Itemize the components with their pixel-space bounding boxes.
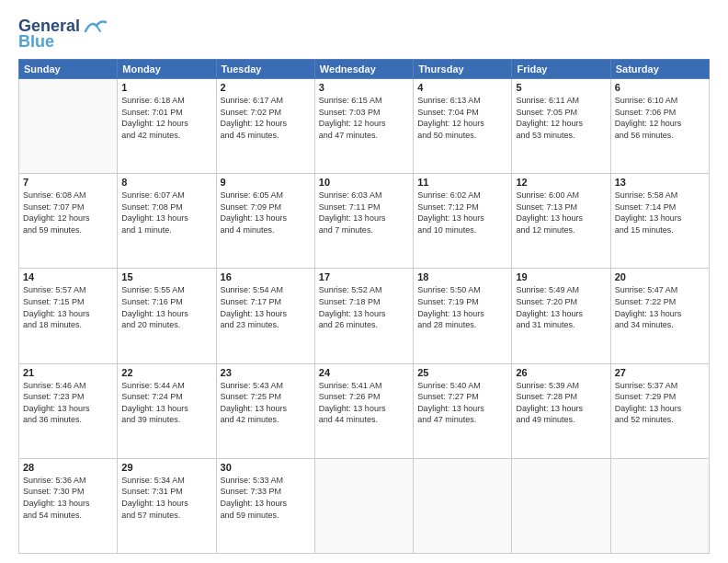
weekday-header-tuesday: Tuesday <box>216 60 314 79</box>
calendar-cell: 5Sunrise: 6:11 AMSunset: 7:05 PMDaylight… <box>512 79 610 174</box>
day-number: 5 <box>516 82 606 93</box>
day-number: 24 <box>319 367 409 378</box>
day-detail: Sunrise: 5:41 AMSunset: 7:26 PMDaylight:… <box>319 380 409 426</box>
calendar-cell: 27Sunrise: 5:37 AMSunset: 7:29 PMDayligh… <box>610 363 709 458</box>
weekday-header-friday: Friday <box>512 60 610 79</box>
calendar-cell <box>19 79 118 174</box>
day-number: 21 <box>23 367 113 378</box>
day-detail: Sunrise: 5:43 AMSunset: 7:25 PMDaylight:… <box>221 380 311 426</box>
day-detail: Sunrise: 6:17 AMSunset: 7:02 PMDaylight:… <box>221 95 311 141</box>
day-detail: Sunrise: 5:46 AMSunset: 7:23 PMDaylight:… <box>23 380 113 426</box>
day-number: 3 <box>319 82 409 93</box>
day-detail: Sunrise: 6:10 AMSunset: 7:06 PMDaylight:… <box>615 95 705 141</box>
weekday-header-wednesday: Wednesday <box>314 60 413 79</box>
day-number: 12 <box>516 177 606 188</box>
weekday-header-thursday: Thursday <box>414 60 512 79</box>
day-number: 19 <box>516 271 606 282</box>
calendar-cell: 21Sunrise: 5:46 AMSunset: 7:23 PMDayligh… <box>19 363 118 458</box>
day-number: 1 <box>121 82 211 93</box>
calendar-week-3: 14Sunrise: 5:57 AMSunset: 7:15 PMDayligh… <box>19 269 710 363</box>
day-detail: Sunrise: 5:36 AMSunset: 7:30 PMDaylight:… <box>23 475 113 521</box>
day-detail: Sunrise: 5:47 AMSunset: 7:22 PMDaylight:… <box>615 284 705 330</box>
logo-bird-icon <box>84 18 108 35</box>
calendar-cell: 30Sunrise: 5:33 AMSunset: 7:33 PMDayligh… <box>216 458 314 553</box>
calendar-cell: 10Sunrise: 6:03 AMSunset: 7:11 PMDayligh… <box>314 174 413 269</box>
day-detail: Sunrise: 5:57 AMSunset: 7:15 PMDaylight:… <box>23 284 113 330</box>
calendar-cell: 16Sunrise: 5:54 AMSunset: 7:17 PMDayligh… <box>216 269 314 363</box>
calendar-table: SundayMondayTuesdayWednesdayThursdayFrid… <box>18 59 710 554</box>
day-number: 11 <box>417 177 507 188</box>
day-detail: Sunrise: 6:05 AMSunset: 7:09 PMDaylight:… <box>221 190 311 236</box>
day-number: 8 <box>121 177 211 188</box>
day-detail: Sunrise: 6:08 AMSunset: 7:07 PMDaylight:… <box>23 190 113 236</box>
calendar-cell <box>610 458 709 553</box>
day-number: 7 <box>23 177 113 188</box>
day-detail: Sunrise: 6:13 AMSunset: 7:04 PMDaylight:… <box>417 95 507 141</box>
calendar-cell: 26Sunrise: 5:39 AMSunset: 7:28 PMDayligh… <box>512 363 610 458</box>
day-detail: Sunrise: 6:00 AMSunset: 7:13 PMDaylight:… <box>516 190 606 236</box>
calendar-cell: 1Sunrise: 6:18 AMSunset: 7:01 PMDaylight… <box>118 79 216 174</box>
calendar-week-5: 28Sunrise: 5:36 AMSunset: 7:30 PMDayligh… <box>19 458 710 553</box>
day-number: 26 <box>516 367 606 378</box>
day-detail: Sunrise: 6:07 AMSunset: 7:08 PMDaylight:… <box>121 190 211 236</box>
calendar-cell: 18Sunrise: 5:50 AMSunset: 7:19 PMDayligh… <box>414 269 512 363</box>
calendar-cell: 9Sunrise: 6:05 AMSunset: 7:09 PMDaylight… <box>216 174 314 269</box>
day-number: 15 <box>121 271 211 282</box>
day-number: 10 <box>319 177 409 188</box>
day-detail: Sunrise: 5:40 AMSunset: 7:27 PMDaylight:… <box>417 380 507 426</box>
day-number: 18 <box>417 271 507 282</box>
day-detail: Sunrise: 5:39 AMSunset: 7:28 PMDaylight:… <box>516 380 606 426</box>
calendar-cell <box>512 458 610 553</box>
calendar-cell <box>314 458 413 553</box>
day-detail: Sunrise: 5:58 AMSunset: 7:14 PMDaylight:… <box>615 190 705 236</box>
day-detail: Sunrise: 5:34 AMSunset: 7:31 PMDaylight:… <box>121 475 211 521</box>
day-number: 23 <box>221 367 311 378</box>
logo-blue: Blue <box>18 32 54 52</box>
calendar-cell: 15Sunrise: 5:55 AMSunset: 7:16 PMDayligh… <box>118 269 216 363</box>
day-detail: Sunrise: 5:55 AMSunset: 7:16 PMDaylight:… <box>121 284 211 330</box>
day-number: 9 <box>221 177 311 188</box>
day-number: 29 <box>121 462 211 473</box>
calendar-cell <box>414 458 512 553</box>
day-detail: Sunrise: 5:50 AMSunset: 7:19 PMDaylight:… <box>417 284 507 330</box>
calendar-cell: 8Sunrise: 6:07 AMSunset: 7:08 PMDaylight… <box>118 174 216 269</box>
day-detail: Sunrise: 5:44 AMSunset: 7:24 PMDaylight:… <box>121 380 211 426</box>
weekday-header-monday: Monday <box>118 60 216 79</box>
day-number: 27 <box>615 367 705 378</box>
calendar-cell: 2Sunrise: 6:17 AMSunset: 7:02 PMDaylight… <box>216 79 314 174</box>
calendar-cell: 29Sunrise: 5:34 AMSunset: 7:31 PMDayligh… <box>118 458 216 553</box>
day-detail: Sunrise: 6:18 AMSunset: 7:01 PMDaylight:… <box>121 95 211 141</box>
day-number: 25 <box>417 367 507 378</box>
calendar-week-2: 7Sunrise: 6:08 AMSunset: 7:07 PMDaylight… <box>19 174 710 269</box>
day-detail: Sunrise: 5:52 AMSunset: 7:18 PMDaylight:… <box>319 284 409 330</box>
day-number: 28 <box>23 462 113 473</box>
day-detail: Sunrise: 6:03 AMSunset: 7:11 PMDaylight:… <box>319 190 409 236</box>
day-detail: Sunrise: 5:49 AMSunset: 7:20 PMDaylight:… <box>516 284 606 330</box>
day-detail: Sunrise: 5:37 AMSunset: 7:29 PMDaylight:… <box>615 380 705 426</box>
day-detail: Sunrise: 6:15 AMSunset: 7:03 PMDaylight:… <box>319 95 409 141</box>
calendar-cell: 7Sunrise: 6:08 AMSunset: 7:07 PMDaylight… <box>19 174 118 269</box>
calendar-cell: 3Sunrise: 6:15 AMSunset: 7:03 PMDaylight… <box>314 79 413 174</box>
calendar-cell: 20Sunrise: 5:47 AMSunset: 7:22 PMDayligh… <box>610 269 709 363</box>
day-number: 16 <box>221 271 311 282</box>
calendar-week-1: 1Sunrise: 6:18 AMSunset: 7:01 PMDaylight… <box>19 79 710 174</box>
calendar-cell: 28Sunrise: 5:36 AMSunset: 7:30 PMDayligh… <box>19 458 118 553</box>
header: General Blue <box>18 17 710 52</box>
day-number: 6 <box>615 82 705 93</box>
calendar-cell: 6Sunrise: 6:10 AMSunset: 7:06 PMDaylight… <box>610 79 709 174</box>
calendar-cell: 17Sunrise: 5:52 AMSunset: 7:18 PMDayligh… <box>314 269 413 363</box>
day-detail: Sunrise: 5:33 AMSunset: 7:33 PMDaylight:… <box>221 475 311 521</box>
day-number: 14 <box>23 271 113 282</box>
calendar-cell: 4Sunrise: 6:13 AMSunset: 7:04 PMDaylight… <box>414 79 512 174</box>
day-detail: Sunrise: 6:02 AMSunset: 7:12 PMDaylight:… <box>417 190 507 236</box>
calendar-cell: 14Sunrise: 5:57 AMSunset: 7:15 PMDayligh… <box>19 269 118 363</box>
day-number: 17 <box>319 271 409 282</box>
page: General Blue SundayMondayTuesdayWednesda… <box>0 0 728 563</box>
calendar-cell: 11Sunrise: 6:02 AMSunset: 7:12 PMDayligh… <box>414 174 512 269</box>
calendar-cell: 19Sunrise: 5:49 AMSunset: 7:20 PMDayligh… <box>512 269 610 363</box>
day-detail: Sunrise: 6:11 AMSunset: 7:05 PMDaylight:… <box>516 95 606 141</box>
day-number: 13 <box>615 177 705 188</box>
logo: General Blue <box>18 17 108 52</box>
day-number: 2 <box>221 82 311 93</box>
day-detail: Sunrise: 5:54 AMSunset: 7:17 PMDaylight:… <box>221 284 311 330</box>
